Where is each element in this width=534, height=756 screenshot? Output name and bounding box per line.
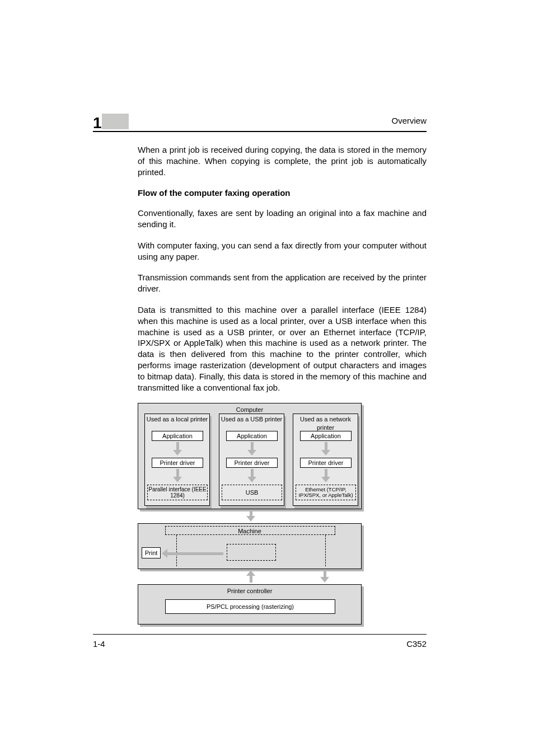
section-label: Overview (391, 116, 427, 125)
machine-label: Machine (138, 527, 361, 536)
col3-panel: Used as a network printer Application Pr… (293, 414, 358, 506)
computer-label: Computer (138, 406, 361, 414)
flow-para-2: With computer faxing, you can send a fax… (138, 240, 427, 262)
arrow-down-icon (320, 442, 331, 456)
arrow-down-icon (172, 469, 183, 482)
col3-used-as: Used as a network printer (293, 415, 358, 431)
intro-paragraph: When a print job is received during copy… (138, 144, 427, 177)
col1-interface-box: Parallel interface (IEEE 1284) (147, 485, 208, 500)
col3-interface-box: Ethernet (TCP/IP, IPX/SPX, or AppleTalk) (296, 485, 356, 500)
flow-diagram: Computer Used as a local printer Applica… (138, 403, 362, 628)
dashed-line-right (325, 535, 326, 566)
print-box: Print (142, 547, 161, 558)
col1-application-box: Application (152, 431, 203, 441)
arrow-down-icon (246, 442, 257, 456)
arrow-up-icon (245, 570, 256, 583)
col2-interface-box: USB (222, 485, 282, 500)
flow-heading: Flow of the computer faxing operation (138, 187, 427, 199)
col3-driver-box: Printer driver (300, 458, 352, 468)
controller-label: Printer controller (138, 587, 361, 595)
col1-driver-box: Printer driver (152, 458, 203, 468)
page-number: 1-4 (93, 639, 105, 649)
machine-panel: Machine Print (138, 523, 362, 569)
arrow-down-icon (246, 469, 257, 482)
arrow-down-icon (172, 442, 183, 456)
arrow-down-icon (320, 469, 331, 482)
controller-panel: Printer controller PS/PCL processing (ra… (138, 584, 362, 624)
chapter-number: 1 (93, 114, 102, 132)
flow-para-3: Transmission commands sent from the appl… (138, 272, 427, 294)
computer-panel: Computer Used as a local printer Applica… (138, 403, 362, 509)
arrow-down-icon (319, 570, 330, 583)
col2-application-box: Application (226, 431, 278, 441)
chapter-tab-decoration (102, 114, 129, 129)
col3-application-box: Application (300, 431, 352, 441)
col1-used-as: Used as a local printer (145, 415, 209, 424)
arrow-left-icon (162, 549, 223, 558)
model-number: C352 (406, 639, 427, 649)
processing-box: PS/PCL processing (rasterizing) (165, 599, 335, 614)
header-divider (93, 131, 427, 132)
flow-para-1: Conventionally, faxes are sent by loadin… (138, 208, 427, 230)
flow-para-4: Data is transmitted to this machine over… (138, 304, 427, 393)
footer-divider (93, 634, 427, 635)
machine-inner-dashed (227, 544, 276, 561)
col2-panel: Used as a USB printer Application Printe… (219, 414, 284, 506)
col2-driver-box: Printer driver (226, 458, 278, 468)
arrow-down-icon (245, 510, 256, 522)
col1-panel: Used as a local printer Application Prin… (144, 414, 210, 506)
col2-used-as: Used as a USB printer (219, 415, 284, 424)
